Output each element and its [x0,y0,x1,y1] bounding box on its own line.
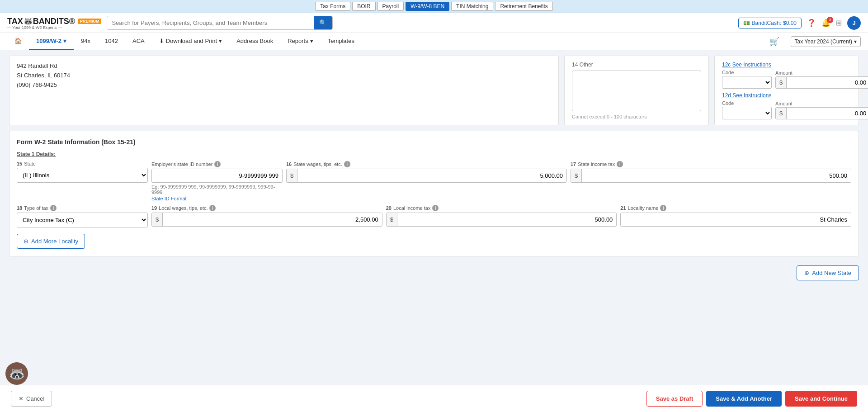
address-line2: St Charles, IL 60174 [17,71,551,81]
add-state-label: Add New State [812,270,851,276]
field17-input-wrap: $ [571,169,851,183]
box12c-row: 12c See Instructions Code Amount $ [722,62,851,89]
field17-dollar: $ [571,169,582,182]
mascot-icon: 🦝 [9,366,25,381]
box12c-amount-label: Amount [775,70,868,76]
field16-group: 16 State wages, tips, etc. i $ [286,161,567,201]
nav-templates[interactable]: Templates [321,33,362,50]
field20-info-icon[interactable]: i [432,205,439,211]
add-locality-button[interactable]: ⊕ Add More Locality [17,234,85,249]
field19-dollar: $ [152,213,163,226]
cart-icon[interactable]: 🛒 [769,37,779,47]
field17-label: 17 State income tax i [571,161,851,167]
nav-addressbook[interactable]: Address Book [229,33,280,50]
nav-94x[interactable]: 94x [74,33,98,50]
state-id-format-link[interactable]: State ID Format [151,196,283,201]
topnav-boir[interactable]: BOIR [352,2,375,11]
notification-badge: 3 [827,17,833,23]
box12c-code-amount-row: Code Amount $ [722,70,851,89]
state-dropdown[interactable]: (IL) Illinois [17,168,148,183]
chevron-down-icon-3: ▾ [310,38,313,44]
field17-info-icon[interactable]: i [617,161,623,167]
box12c-amount-input[interactable] [787,77,868,88]
field21-info-icon[interactable]: i [660,205,666,211]
tax-year-selector[interactable]: Tax Year 2024 (Current) ▾ [791,36,861,47]
field19-input-wrap: $ [151,213,382,227]
grid-icon: ⊞ [836,19,842,27]
field19-group: 19 Local wages, tips, etc. i $ [151,205,382,227]
employer-id-hint: Eg: 99-9999999 999, 99-9999999, 99-99999… [151,184,283,195]
box12d-code-select[interactable] [722,107,772,119]
main-content: 942 Randall Rd St Charles, IL 60174 (090… [0,50,868,381]
field19-info-icon[interactable]: i [209,205,216,211]
field20-label: 20 Local income tax i [386,205,617,211]
chevron-down-icon-4: ▾ [854,38,857,45]
box12c-code-label: Code [722,70,772,75]
box12d-row: 12d See Instructions Code Amount $ [722,92,851,119]
search-button[interactable]: 🔍 [314,16,332,29]
field20-input-wrap: $ [386,213,617,227]
add-state-button[interactable]: ⊕ Add New State [797,265,859,280]
box12d-dollar-sign: $ [776,108,787,119]
banditcash-icon: 💵 [743,20,750,26]
box14-textarea[interactable] [572,71,701,111]
local-wages-input[interactable] [163,213,382,226]
field16-input-wrap: $ [286,169,567,183]
field20-group: 20 Local income tax i $ [386,205,617,227]
topnav-tin[interactable]: TIN Matching [451,2,493,11]
state-section: Form W-2 State Information (Box 15-21) S… [9,131,859,256]
box12c-title[interactable]: 12c See Instructions [722,62,851,68]
plus-circle-icon-2: ⊕ [804,270,809,276]
nav-download[interactable]: ⬇ Download and Print ▾ [152,33,229,50]
locality-name-input[interactable] [620,213,851,227]
nav-reports[interactable]: Reports ▾ [280,33,321,50]
topnav-payroll[interactable]: Payroll [377,2,404,11]
employer-id-group: Employer's state ID number i Eg: 99-9999… [151,161,283,201]
local-income-tax-input[interactable] [397,213,616,226]
nav-1099w2[interactable]: 1099/W-2 ▾ [29,33,74,50]
box12d-amount-label: Amount [775,101,868,106]
notification-button[interactable]: 🔔 3 [821,19,830,27]
topnav-tax-forms[interactable]: Tax Forms [315,2,350,11]
grid-button[interactable]: ⊞ [836,19,842,27]
field16-info-icon[interactable]: i [344,161,350,167]
address-text: 942 Randall Rd St Charles, IL 60174 (090… [17,62,551,90]
box12d-amount-input[interactable] [787,108,868,119]
box12d-title[interactable]: 12d See Instructions [722,92,851,99]
add-state-area: ⊕ Add New State [9,262,859,284]
box12d-code-label: Code [722,100,772,106]
help-button[interactable]: ❓ [807,19,816,27]
employer-id-info-icon[interactable]: i [214,161,221,167]
topnav-w9w8[interactable]: W-9/W-8 BEN [406,2,449,11]
avatar[interactable]: J [847,16,861,30]
nav-aca[interactable]: ACA [125,33,152,50]
field18-info-icon[interactable]: i [50,205,57,211]
nav-home[interactable]: 🏠 [7,33,29,50]
field15-label: 15 State [17,161,148,166]
search-input[interactable] [107,16,314,29]
second-nav: 🏠 1099/W-2 ▾ 94x 1042 ACA ⬇ Download and… [0,33,868,50]
state-section-title: Form W-2 State Information (Box 15-21) [17,138,851,146]
box12c-dollar-sign: $ [776,77,787,88]
nav-divider [785,37,785,46]
state1-label: State 1 Details: [17,151,851,157]
box14-label: 14 Other [572,62,701,68]
field20-dollar: $ [387,213,397,226]
employer-id-input[interactable] [151,169,283,183]
nav-right: 🛒 Tax Year 2024 (Current) ▾ [769,36,861,47]
logo-sub: — Your 1099 & W2 Experts — [7,25,101,30]
banditcash[interactable]: 💵 BanditCash: $0.00 [738,18,802,28]
nav-1042[interactable]: 1042 [98,33,125,50]
search-bar: 🔍 [107,16,333,30]
header-right: 💵 BanditCash: $0.00 ❓ 🔔 3 ⊞ J [738,16,861,30]
state-income-tax-input[interactable] [582,169,851,182]
address-line3: (090) 768-9425 [17,81,551,90]
download-icon: ⬇ [159,38,164,44]
box14-char-limit: Cannot exceed 0 - 100 characters [572,114,701,119]
field16-label: 16 State wages, tips, etc. i [286,161,567,167]
type-of-tax-select[interactable]: City Income Tax (C) [17,213,148,227]
topnav-retirement[interactable]: Retirement Benefits [495,2,552,11]
box12c-code-select[interactable] [722,76,772,89]
state-wages-input[interactable] [297,169,566,182]
field21-group: 21 Locality name i [620,205,851,227]
